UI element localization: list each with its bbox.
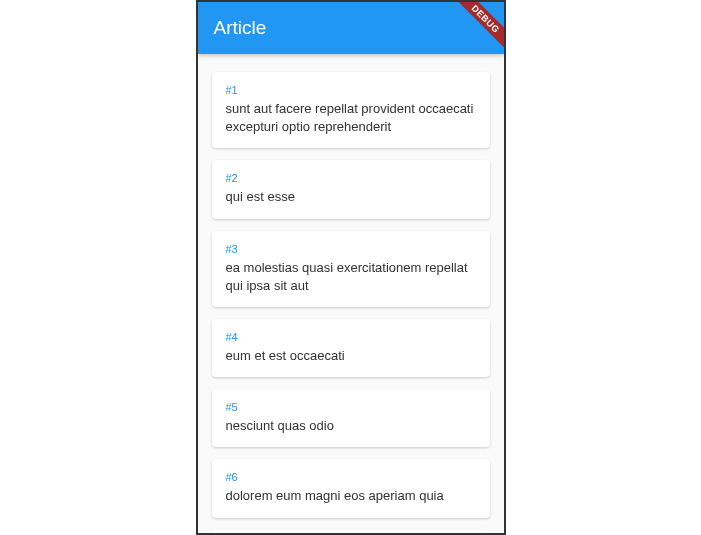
article-card[interactable]: #5nesciunt quas odio	[212, 389, 490, 447]
article-list[interactable]: #1sunt aut facere repellat provident occ…	[198, 54, 504, 533]
article-id: #5	[226, 401, 476, 413]
article-id: #1	[226, 84, 476, 96]
article-card[interactable]: #2qui est esse	[212, 160, 490, 218]
article-card[interactable]: #4eum et est occaecati	[212, 319, 490, 377]
device-frame: DEBUG Article #1sunt aut facere repellat…	[196, 0, 506, 535]
article-card[interactable]: #3ea molestias quasi exercitationem repe…	[212, 231, 490, 307]
article-id: #3	[226, 243, 476, 255]
article-id: #6	[226, 471, 476, 483]
article-title: qui est esse	[226, 188, 476, 206]
article-title: ea molestias quasi exercitationem repell…	[226, 259, 476, 295]
app-bar: Article	[198, 2, 504, 54]
article-card[interactable]: #6dolorem eum magni eos aperiam quia	[212, 459, 490, 517]
article-title: eum et est occaecati	[226, 347, 476, 365]
article-id: #2	[226, 172, 476, 184]
article-title: sunt aut facere repellat provident occae…	[226, 100, 476, 136]
article-card[interactable]: #1sunt aut facere repellat provident occ…	[212, 72, 490, 148]
page-title: Article	[214, 17, 267, 39]
article-title: dolorem eum magni eos aperiam quia	[226, 487, 476, 505]
article-card[interactable]: #7magnam facilis autem	[212, 530, 490, 534]
article-title: nesciunt quas odio	[226, 417, 476, 435]
article-id: #4	[226, 331, 476, 343]
